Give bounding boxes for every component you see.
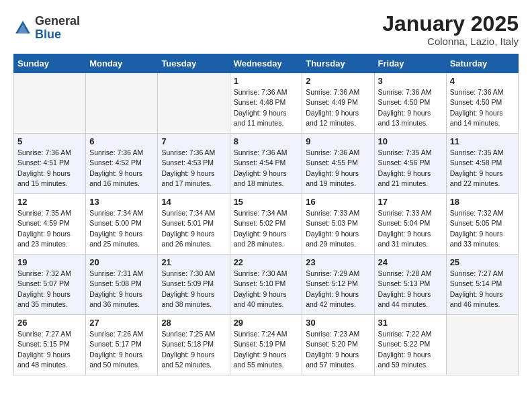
page: General Blue January 2025 Colonna, Lazio… <box>0 0 532 387</box>
day-cell: 31Sunrise: 7:22 AM Sunset: 5:22 PM Dayli… <box>374 315 446 375</box>
day-info: Sunrise: 7:36 AM Sunset: 4:50 PM Dayligh… <box>378 87 443 128</box>
day-number: 15 <box>234 197 299 207</box>
day-info: Sunrise: 7:36 AM Sunset: 4:52 PM Dayligh… <box>89 148 154 189</box>
day-cell: 21Sunrise: 7:30 AM Sunset: 5:09 PM Dayli… <box>158 255 230 315</box>
day-number: 29 <box>234 318 299 328</box>
logo-general-text: General <box>35 15 80 28</box>
day-cell: 4Sunrise: 7:36 AM Sunset: 4:50 PM Daylig… <box>446 73 518 134</box>
day-info: Sunrise: 7:36 AM Sunset: 4:55 PM Dayligh… <box>306 148 370 189</box>
logo-blue-text: Blue <box>35 28 80 42</box>
day-number: 8 <box>234 136 299 146</box>
header: General Blue January 2025 Colonna, Lazio… <box>13 12 519 47</box>
logo: General Blue <box>13 15 80 42</box>
day-info: Sunrise: 7:26 AM Sunset: 5:17 PM Dayligh… <box>89 329 154 370</box>
weekday-thursday: Thursday <box>302 54 374 73</box>
day-cell: 5Sunrise: 7:36 AM Sunset: 4:51 PM Daylig… <box>14 134 86 194</box>
day-number: 10 <box>378 136 443 146</box>
day-cell <box>86 73 158 134</box>
day-number: 30 <box>306 318 370 328</box>
month-title: January 2025 <box>382 12 519 36</box>
weekday-header-row: SundayMondayTuesdayWednesdayThursdayFrid… <box>14 54 519 73</box>
day-cell: 15Sunrise: 7:34 AM Sunset: 5:02 PM Dayli… <box>230 194 302 255</box>
day-number: 28 <box>161 318 226 328</box>
day-cell: 29Sunrise: 7:24 AM Sunset: 5:19 PM Dayli… <box>230 315 302 375</box>
week-row-3: 12Sunrise: 7:35 AM Sunset: 4:59 PM Dayli… <box>14 194 519 255</box>
weekday-sunday: Sunday <box>14 54 86 73</box>
day-info: Sunrise: 7:33 AM Sunset: 5:03 PM Dayligh… <box>306 208 370 249</box>
day-number: 19 <box>17 257 82 267</box>
day-cell: 20Sunrise: 7:31 AM Sunset: 5:08 PM Dayli… <box>86 255 158 315</box>
day-number: 12 <box>17 197 82 207</box>
day-cell: 10Sunrise: 7:35 AM Sunset: 4:56 PM Dayli… <box>374 134 446 194</box>
day-cell: 3Sunrise: 7:36 AM Sunset: 4:50 PM Daylig… <box>374 73 446 134</box>
day-info: Sunrise: 7:35 AM Sunset: 4:56 PM Dayligh… <box>378 148 443 189</box>
day-cell: 27Sunrise: 7:26 AM Sunset: 5:17 PM Dayli… <box>86 315 158 375</box>
day-number: 20 <box>89 257 154 267</box>
week-row-2: 5Sunrise: 7:36 AM Sunset: 4:51 PM Daylig… <box>14 134 519 194</box>
day-info: Sunrise: 7:23 AM Sunset: 5:20 PM Dayligh… <box>306 329 370 370</box>
day-info: Sunrise: 7:35 AM Sunset: 4:58 PM Dayligh… <box>450 148 515 189</box>
day-number: 17 <box>378 197 443 207</box>
week-row-5: 26Sunrise: 7:27 AM Sunset: 5:15 PM Dayli… <box>14 315 519 375</box>
day-cell: 2Sunrise: 7:36 AM Sunset: 4:49 PM Daylig… <box>302 73 374 134</box>
day-cell: 13Sunrise: 7:34 AM Sunset: 5:00 PM Dayli… <box>86 194 158 255</box>
day-info: Sunrise: 7:30 AM Sunset: 5:10 PM Dayligh… <box>234 269 299 310</box>
weekday-tuesday: Tuesday <box>158 54 230 73</box>
day-info: Sunrise: 7:32 AM Sunset: 5:05 PM Dayligh… <box>450 208 515 249</box>
day-number: 11 <box>450 136 515 146</box>
day-info: Sunrise: 7:36 AM Sunset: 4:49 PM Dayligh… <box>306 87 370 128</box>
location: Colonna, Lazio, Italy <box>382 36 519 47</box>
day-cell: 8Sunrise: 7:36 AM Sunset: 4:54 PM Daylig… <box>230 134 302 194</box>
day-info: Sunrise: 7:28 AM Sunset: 5:13 PM Dayligh… <box>378 269 443 310</box>
day-number: 27 <box>89 318 154 328</box>
day-cell: 28Sunrise: 7:25 AM Sunset: 5:18 PM Dayli… <box>158 315 230 375</box>
logo-icon <box>13 19 32 38</box>
day-info: Sunrise: 7:27 AM Sunset: 5:15 PM Dayligh… <box>17 329 82 370</box>
day-number: 5 <box>17 136 82 146</box>
day-info: Sunrise: 7:31 AM Sunset: 5:08 PM Dayligh… <box>89 269 154 310</box>
day-cell: 24Sunrise: 7:28 AM Sunset: 5:13 PM Dayli… <box>374 255 446 315</box>
day-number: 1 <box>234 76 299 86</box>
weekday-monday: Monday <box>86 54 158 73</box>
day-info: Sunrise: 7:36 AM Sunset: 4:51 PM Dayligh… <box>17 148 82 189</box>
day-info: Sunrise: 7:30 AM Sunset: 5:09 PM Dayligh… <box>161 269 226 310</box>
day-number: 7 <box>161 136 226 146</box>
day-info: Sunrise: 7:36 AM Sunset: 4:54 PM Dayligh… <box>234 148 299 189</box>
day-info: Sunrise: 7:33 AM Sunset: 5:04 PM Dayligh… <box>378 208 443 249</box>
day-number: 9 <box>306 136 370 146</box>
day-cell: 12Sunrise: 7:35 AM Sunset: 4:59 PM Dayli… <box>14 194 86 255</box>
day-cell: 30Sunrise: 7:23 AM Sunset: 5:20 PM Dayli… <box>302 315 374 375</box>
day-number: 21 <box>161 257 226 267</box>
title-block: January 2025 Colonna, Lazio, Italy <box>382 12 519 47</box>
weekday-saturday: Saturday <box>446 54 518 73</box>
day-cell: 23Sunrise: 7:29 AM Sunset: 5:12 PM Dayli… <box>302 255 374 315</box>
day-info: Sunrise: 7:34 AM Sunset: 5:00 PM Dayligh… <box>89 208 154 249</box>
day-number: 18 <box>450 197 515 207</box>
day-cell: 11Sunrise: 7:35 AM Sunset: 4:58 PM Dayli… <box>446 134 518 194</box>
day-number: 22 <box>234 257 299 267</box>
day-cell <box>446 315 518 375</box>
day-info: Sunrise: 7:29 AM Sunset: 5:12 PM Dayligh… <box>306 269 370 310</box>
day-cell: 16Sunrise: 7:33 AM Sunset: 5:03 PM Dayli… <box>302 194 374 255</box>
weekday-wednesday: Wednesday <box>230 54 302 73</box>
day-info: Sunrise: 7:36 AM Sunset: 4:50 PM Dayligh… <box>450 87 515 128</box>
day-cell: 26Sunrise: 7:27 AM Sunset: 5:15 PM Dayli… <box>14 315 86 375</box>
day-info: Sunrise: 7:34 AM Sunset: 5:02 PM Dayligh… <box>234 208 299 249</box>
day-info: Sunrise: 7:36 AM Sunset: 4:48 PM Dayligh… <box>234 87 299 128</box>
day-number: 23 <box>306 257 370 267</box>
day-info: Sunrise: 7:36 AM Sunset: 4:53 PM Dayligh… <box>161 148 226 189</box>
day-number: 3 <box>378 76 443 86</box>
day-cell: 9Sunrise: 7:36 AM Sunset: 4:55 PM Daylig… <box>302 134 374 194</box>
week-row-4: 19Sunrise: 7:32 AM Sunset: 5:07 PM Dayli… <box>14 255 519 315</box>
day-cell: 14Sunrise: 7:34 AM Sunset: 5:01 PM Dayli… <box>158 194 230 255</box>
day-cell: 17Sunrise: 7:33 AM Sunset: 5:04 PM Dayli… <box>374 194 446 255</box>
day-cell: 7Sunrise: 7:36 AM Sunset: 4:53 PM Daylig… <box>158 134 230 194</box>
day-info: Sunrise: 7:32 AM Sunset: 5:07 PM Dayligh… <box>17 269 82 310</box>
day-number: 26 <box>17 318 82 328</box>
day-info: Sunrise: 7:27 AM Sunset: 5:14 PM Dayligh… <box>450 269 515 310</box>
day-number: 2 <box>306 76 370 86</box>
day-number: 4 <box>450 76 515 86</box>
day-info: Sunrise: 7:35 AM Sunset: 4:59 PM Dayligh… <box>17 208 82 249</box>
day-cell <box>14 73 86 134</box>
day-number: 16 <box>306 197 370 207</box>
